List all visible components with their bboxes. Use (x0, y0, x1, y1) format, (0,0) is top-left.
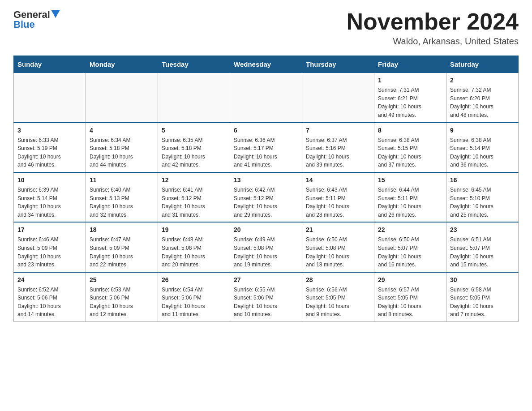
column-header-wednesday: Wednesday (230, 56, 302, 73)
calendar-day-cell: 16Sunrise: 6:45 AM Sunset: 5:10 PM Dayli… (446, 172, 519, 222)
calendar-day-cell: 26Sunrise: 6:54 AM Sunset: 5:06 PM Dayli… (158, 272, 230, 322)
day-number: 21 (306, 225, 370, 235)
calendar-header-row: SundayMondayTuesdayWednesdayThursdayFrid… (14, 56, 519, 73)
calendar-day-cell (86, 73, 158, 123)
day-info: Sunrise: 6:53 AM Sunset: 5:06 PM Dayligh… (90, 286, 154, 319)
location-subtitle: Waldo, Arkansas, United States (347, 36, 519, 47)
calendar-day-cell: 24Sunrise: 6:52 AM Sunset: 5:06 PM Dayli… (14, 272, 86, 322)
day-info: Sunrise: 6:34 AM Sunset: 5:18 PM Dayligh… (90, 136, 154, 169)
day-number: 30 (450, 275, 515, 285)
day-info: Sunrise: 6:41 AM Sunset: 5:12 PM Dayligh… (162, 186, 226, 219)
calendar-day-cell: 27Sunrise: 6:55 AM Sunset: 5:06 PM Dayli… (230, 272, 302, 322)
day-info: Sunrise: 6:38 AM Sunset: 5:15 PM Dayligh… (378, 136, 442, 169)
calendar-day-cell: 29Sunrise: 6:57 AM Sunset: 5:05 PM Dayli… (374, 272, 446, 322)
calendar-day-cell: 18Sunrise: 6:47 AM Sunset: 5:09 PM Dayli… (86, 222, 158, 272)
column-header-sunday: Sunday (14, 56, 86, 73)
column-header-friday: Friday (374, 56, 446, 73)
main-title: November 2024 (347, 9, 519, 34)
header: General Blue November 2024 Waldo, Arkans… (13, 9, 519, 47)
calendar-week-row: 24Sunrise: 6:52 AM Sunset: 5:06 PM Dayli… (14, 272, 519, 322)
day-number: 6 (234, 126, 298, 135)
calendar-week-row: 3Sunrise: 6:33 AM Sunset: 5:19 PM Daylig… (14, 123, 519, 172)
day-number: 29 (378, 275, 442, 285)
calendar-table: SundayMondayTuesdayWednesdayThursdayFrid… (13, 56, 519, 322)
day-number: 7 (306, 126, 370, 135)
column-header-thursday: Thursday (302, 56, 374, 73)
day-number: 2 (450, 76, 515, 85)
calendar-day-cell: 7Sunrise: 6:37 AM Sunset: 5:16 PM Daylig… (302, 123, 374, 172)
calendar-day-cell: 13Sunrise: 6:42 AM Sunset: 5:12 PM Dayli… (230, 172, 302, 222)
day-number: 15 (378, 176, 442, 185)
day-info: Sunrise: 6:45 AM Sunset: 5:10 PM Dayligh… (450, 186, 515, 219)
day-number: 24 (17, 275, 82, 285)
calendar-day-cell: 14Sunrise: 6:43 AM Sunset: 5:11 PM Dayli… (302, 172, 374, 222)
day-info: Sunrise: 6:40 AM Sunset: 5:13 PM Dayligh… (90, 186, 154, 219)
calendar-day-cell: 5Sunrise: 6:35 AM Sunset: 5:18 PM Daylig… (158, 123, 230, 172)
calendar-day-cell: 1Sunrise: 7:31 AM Sunset: 6:21 PM Daylig… (374, 73, 446, 123)
calendar-day-cell (302, 73, 374, 123)
calendar-day-cell: 10Sunrise: 6:39 AM Sunset: 5:14 PM Dayli… (14, 172, 86, 222)
calendar-day-cell: 9Sunrise: 6:38 AM Sunset: 5:14 PM Daylig… (446, 123, 519, 172)
day-number: 18 (90, 225, 154, 235)
calendar-day-cell: 17Sunrise: 6:46 AM Sunset: 5:09 PM Dayli… (14, 222, 86, 272)
calendar-day-cell: 3Sunrise: 6:33 AM Sunset: 5:19 PM Daylig… (14, 123, 86, 172)
day-info: Sunrise: 6:37 AM Sunset: 5:16 PM Dayligh… (306, 136, 370, 169)
day-number: 5 (162, 126, 226, 135)
day-info: Sunrise: 6:33 AM Sunset: 5:19 PM Dayligh… (17, 136, 82, 169)
day-number: 27 (234, 275, 298, 285)
calendar-day-cell (158, 73, 230, 123)
day-info: Sunrise: 6:36 AM Sunset: 5:17 PM Dayligh… (234, 136, 298, 169)
calendar-week-row: 10Sunrise: 6:39 AM Sunset: 5:14 PM Dayli… (14, 172, 519, 222)
logo: General Blue (13, 9, 60, 30)
day-info: Sunrise: 6:43 AM Sunset: 5:11 PM Dayligh… (306, 186, 370, 219)
calendar-day-cell: 2Sunrise: 7:32 AM Sunset: 6:20 PM Daylig… (446, 73, 519, 123)
day-number: 23 (450, 225, 515, 235)
day-info: Sunrise: 6:51 AM Sunset: 5:07 PM Dayligh… (450, 235, 515, 269)
title-area: November 2024 Waldo, Arkansas, United St… (347, 9, 519, 47)
day-number: 1 (378, 76, 442, 85)
day-number: 26 (162, 275, 226, 285)
calendar-week-row: 17Sunrise: 6:46 AM Sunset: 5:09 PM Dayli… (14, 222, 519, 272)
day-info: Sunrise: 6:42 AM Sunset: 5:12 PM Dayligh… (234, 186, 298, 219)
day-number: 14 (306, 176, 370, 185)
day-number: 22 (378, 225, 442, 235)
logo-blue: Blue (13, 19, 35, 30)
calendar-day-cell: 23Sunrise: 6:51 AM Sunset: 5:07 PM Dayli… (446, 222, 519, 272)
day-number: 17 (17, 225, 82, 235)
day-number: 25 (90, 275, 154, 285)
day-info: Sunrise: 6:50 AM Sunset: 5:07 PM Dayligh… (378, 235, 442, 269)
day-number: 8 (378, 126, 442, 135)
calendar-day-cell: 21Sunrise: 6:50 AM Sunset: 5:08 PM Dayli… (302, 222, 374, 272)
day-number: 10 (17, 176, 82, 185)
day-info: Sunrise: 6:52 AM Sunset: 5:06 PM Dayligh… (17, 286, 82, 319)
day-info: Sunrise: 6:50 AM Sunset: 5:08 PM Dayligh… (306, 235, 370, 269)
day-info: Sunrise: 6:46 AM Sunset: 5:09 PM Dayligh… (17, 235, 82, 269)
day-info: Sunrise: 6:38 AM Sunset: 5:14 PM Dayligh… (450, 136, 515, 169)
calendar-day-cell: 20Sunrise: 6:49 AM Sunset: 5:08 PM Dayli… (230, 222, 302, 272)
day-number: 20 (234, 225, 298, 235)
day-info: Sunrise: 6:54 AM Sunset: 5:06 PM Dayligh… (162, 286, 226, 319)
day-info: Sunrise: 6:58 AM Sunset: 5:05 PM Dayligh… (450, 286, 515, 319)
day-info: Sunrise: 7:31 AM Sunset: 6:21 PM Dayligh… (378, 86, 442, 119)
calendar-day-cell: 22Sunrise: 6:50 AM Sunset: 5:07 PM Dayli… (374, 222, 446, 272)
column-header-saturday: Saturday (446, 56, 519, 73)
calendar-day-cell: 4Sunrise: 6:34 AM Sunset: 5:18 PM Daylig… (86, 123, 158, 172)
day-number: 16 (450, 176, 515, 185)
day-number: 28 (306, 275, 370, 285)
calendar-day-cell (230, 73, 302, 123)
day-number: 13 (234, 176, 298, 185)
calendar-day-cell: 8Sunrise: 6:38 AM Sunset: 5:15 PM Daylig… (374, 123, 446, 172)
column-header-tuesday: Tuesday (158, 56, 230, 73)
day-number: 3 (17, 126, 82, 135)
logo-triangle-icon (51, 10, 60, 18)
day-info: Sunrise: 6:47 AM Sunset: 5:09 PM Dayligh… (90, 235, 154, 269)
day-info: Sunrise: 7:32 AM Sunset: 6:20 PM Dayligh… (450, 86, 515, 119)
calendar-day-cell: 25Sunrise: 6:53 AM Sunset: 5:06 PM Dayli… (86, 272, 158, 322)
calendar-day-cell: 15Sunrise: 6:44 AM Sunset: 5:11 PM Dayli… (374, 172, 446, 222)
day-number: 12 (162, 176, 226, 185)
day-number: 19 (162, 225, 226, 235)
day-info: Sunrise: 6:55 AM Sunset: 5:06 PM Dayligh… (234, 286, 298, 319)
calendar-day-cell: 28Sunrise: 6:56 AM Sunset: 5:05 PM Dayli… (302, 272, 374, 322)
day-info: Sunrise: 6:49 AM Sunset: 5:08 PM Dayligh… (234, 235, 298, 269)
day-info: Sunrise: 6:57 AM Sunset: 5:05 PM Dayligh… (378, 286, 442, 319)
